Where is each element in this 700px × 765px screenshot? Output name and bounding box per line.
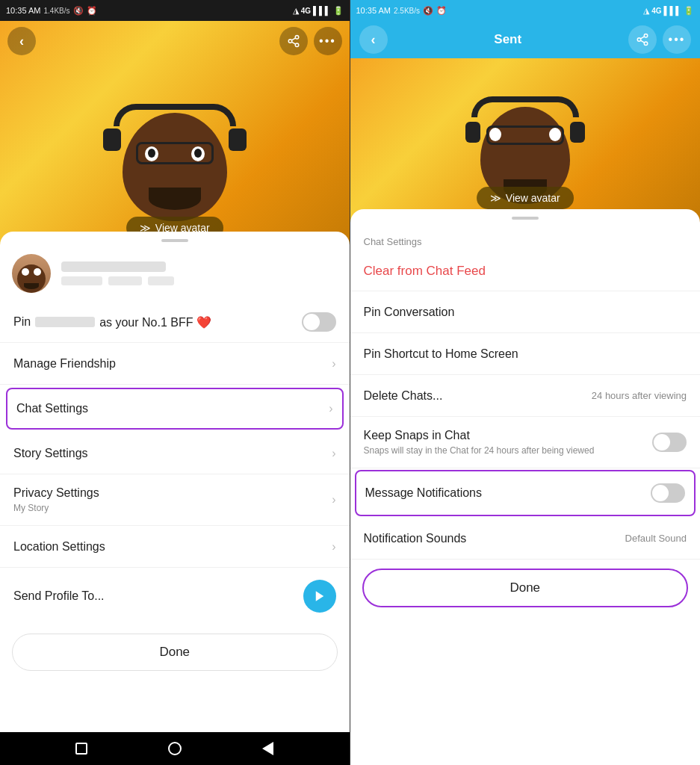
svg-point-6	[644, 34, 648, 38]
header-right-actions: •••	[279, 27, 342, 55]
right-status-time: 10:35 AM 2.5KB/s 🔇 ⏰	[356, 6, 447, 16]
back-button[interactable]: ‹	[7, 27, 36, 55]
keep-snaps-sublabel: Snaps will stay in the Chat for 24 hours…	[364, 445, 595, 456]
chat-settings-title: Chat Settings	[350, 226, 701, 252]
privacy-settings-content: Privacy Settings My Story	[13, 486, 99, 513]
svg-marker-5	[315, 591, 323, 601]
message-notifications-label: Message Notifications	[365, 486, 483, 500]
menu-item-location-settings[interactable]: Location Settings ›	[0, 526, 350, 568]
message-notifications-toggle[interactable]	[651, 483, 685, 503]
menu-item-clear-chat-feed[interactable]: Clear from Chat Feed	[350, 252, 701, 291]
right-phone-panel: 10:35 AM 2.5KB/s 🔇 ⏰ ◮ 4G ▌▌▌ 🔋 ‹ Sent	[350, 0, 701, 765]
pull-bar	[161, 239, 188, 242]
right-more-button[interactable]: •••	[663, 25, 691, 54]
svg-line-4	[291, 38, 295, 40]
right-alarm-icon: ⏰	[436, 6, 447, 16]
home-button[interactable]	[164, 737, 186, 760]
right-time-display: 10:35 AM	[356, 6, 391, 15]
right-view-avatar-label: View avatar	[506, 192, 560, 204]
username-blurred	[61, 261, 166, 272]
menu-item-privacy-settings[interactable]: Privacy Settings My Story ›	[0, 474, 350, 526]
network-speed: 1.4KB/s	[43, 7, 69, 15]
pin-shortcut-label: Pin Shortcut to Home Screen	[364, 347, 518, 361]
profile-meta	[61, 276, 338, 285]
menu-item-chat-settings[interactable]: Chat Settings ›	[6, 388, 344, 430]
keep-snaps-label: Keep Snaps in Chat	[364, 429, 595, 442]
recent-apps-button[interactable]	[70, 737, 93, 760]
right-status-bar: 10:35 AM 2.5KB/s 🔇 ⏰ ◮ 4G ▌▌▌ 🔋	[350, 0, 701, 21]
pin-bff-label: Pin as your No.1 BFF ❤️	[13, 315, 211, 329]
svg-point-1	[288, 40, 292, 43]
svg-point-8	[644, 42, 648, 46]
back-nav-button[interactable]	[256, 737, 279, 760]
share-button[interactable]	[279, 27, 308, 55]
right-back-button[interactable]: ‹	[359, 25, 388, 54]
svg-point-2	[295, 43, 299, 47]
meta-blurred-1	[61, 276, 102, 285]
left-nav-bar	[0, 732, 350, 765]
privacy-settings-sublabel: My Story	[13, 503, 99, 513]
menu-item-send-profile[interactable]: Send Profile To...	[0, 568, 350, 625]
left-status-time: 10:35 AM 1.4KB/s 🔇 ⏰	[6, 6, 97, 16]
left-status-icons: ◮ 4G ▌▌▌ 🔋	[293, 6, 344, 16]
privacy-settings-label: Privacy Settings	[13, 486, 99, 500]
meta-blurred-2	[108, 276, 142, 285]
right-avatar-background: ≫ View avatar	[350, 58, 701, 223]
menu-item-pin-conversation[interactable]: Pin Conversation	[350, 291, 701, 333]
menu-item-pin-shortcut[interactable]: Pin Shortcut to Home Screen	[350, 333, 701, 375]
privacy-settings-chevron: ›	[332, 493, 335, 507]
right-share-button[interactable]	[628, 25, 657, 54]
triangle-icon	[262, 742, 273, 755]
story-settings-label: Story Settings	[13, 447, 88, 460]
more-options-button[interactable]: •••	[314, 27, 342, 55]
right-signal-icon: ▌▌▌	[664, 6, 681, 15]
right-bitmoji	[473, 58, 577, 208]
alarm-icon: ⏰	[87, 6, 97, 16]
svg-point-7	[637, 38, 641, 42]
left-done-button[interactable]: Done	[12, 634, 338, 671]
battery-icon: 🔋	[333, 6, 344, 16]
right-silent-icon: 🔇	[423, 6, 433, 16]
right-status-icons: ◮ 4G ▌▌▌ 🔋	[643, 6, 694, 16]
avatar-background: ‹ •••	[0, 21, 350, 253]
network-type-4g: 4G	[301, 7, 311, 15]
svg-line-3	[291, 42, 295, 44]
time-display: 10:35 AM	[6, 6, 40, 15]
left-status-bar: 10:35 AM 1.4KB/s 🔇 ⏰ ◮ 4G ▌▌▌ 🔋	[0, 0, 350, 21]
location-icon: ◮	[293, 6, 299, 16]
menu-item-message-notifications[interactable]: Message Notifications	[355, 470, 696, 516]
right-view-avatar-button[interactable]: ≫ View avatar	[477, 187, 574, 209]
keep-snaps-toggle[interactable]	[652, 433, 687, 452]
profile-section	[0, 248, 350, 302]
right-battery-icon: 🔋	[684, 6, 694, 16]
delete-chats-label: Delete Chats...	[364, 389, 443, 403]
bff-name-blurred	[35, 317, 95, 327]
meta-blurred-3	[148, 276, 174, 285]
notification-sounds-label: Notification Sounds	[364, 532, 467, 545]
left-bottom-sheet: Pin as your No.1 BFF ❤️ Manage Friendshi…	[0, 232, 350, 765]
chat-settings-label: Chat Settings	[16, 402, 88, 415]
location-settings-label: Location Settings	[13, 540, 105, 554]
chat-settings-chevron: ›	[329, 402, 332, 415]
delete-chats-value: 24 hours after viewing	[592, 390, 687, 401]
notification-sounds-value: Default Sound	[625, 533, 687, 544]
bff-toggle[interactable]	[302, 312, 336, 332]
bitmoji-avatar	[100, 51, 250, 238]
menu-item-notification-sounds[interactable]: Notification Sounds Default Sound	[350, 518, 701, 560]
right-done-button[interactable]: Done	[362, 569, 689, 607]
pin-conversation-label: Pin Conversation	[364, 306, 455, 319]
keep-snaps-content: Keep Snaps in Chat Snaps will stay in th…	[364, 429, 595, 456]
right-header-actions: •••	[628, 25, 691, 54]
menu-item-keep-snaps[interactable]: Keep Snaps in Chat Snaps will stay in th…	[350, 417, 701, 468]
menu-item-manage-friendship[interactable]: Manage Friendship ›	[0, 343, 350, 385]
svg-line-9	[640, 40, 644, 43]
right-4g-icon: 4G	[651, 7, 661, 15]
svg-point-0	[295, 36, 299, 40]
send-profile-button[interactable]	[303, 580, 336, 613]
menu-item-story-settings[interactable]: Story Settings ›	[0, 433, 350, 474]
sent-title: Sent	[494, 32, 521, 47]
sent-header-bar: ‹ Sent •••	[350, 21, 701, 58]
manage-friendship-chevron: ›	[332, 357, 335, 371]
right-network-speed: 2.5KB/s	[394, 7, 420, 15]
menu-item-delete-chats[interactable]: Delete Chats... 24 hours after viewing	[350, 375, 701, 417]
